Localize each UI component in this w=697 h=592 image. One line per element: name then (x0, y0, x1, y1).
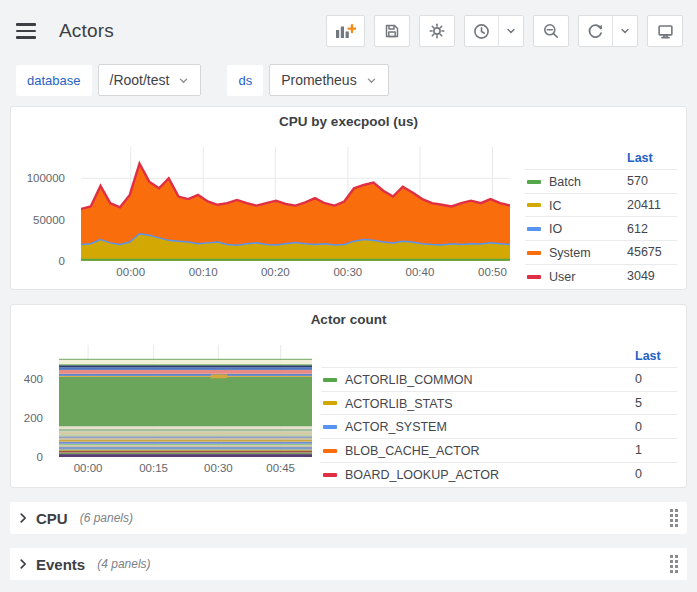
actor-legend: LastACTORLIB_COMMON0ACTORLIB_STATS5ACTOR… (321, 345, 677, 486)
series-color-swatch[interactable] (527, 180, 541, 184)
row-title: CPU (36, 510, 68, 527)
time-picker-group (464, 15, 524, 47)
series-color-swatch[interactable] (323, 425, 337, 429)
cpu-x-axis: 00:0000:1000:2000:3000:4000:50 (81, 263, 510, 281)
actor-y-axis: 0200400 (11, 345, 51, 457)
series-name[interactable]: Batch (549, 175, 581, 189)
series-name[interactable]: System (549, 246, 591, 260)
row-panel-count: (4 panels) (97, 557, 150, 571)
top-bar: Actors (0, 0, 697, 62)
cycle-view-mode-button[interactable] (647, 15, 683, 47)
variable-select-ds[interactable]: Prometheus (269, 64, 388, 96)
series-name[interactable]: IC (549, 198, 562, 212)
series-last-value: 570 (623, 170, 677, 194)
gear-icon (429, 23, 445, 39)
series-color-swatch[interactable] (527, 203, 541, 207)
dashboard-variables: database /Root/test ds Prometheus (0, 62, 697, 106)
variable-label-ds: ds (227, 65, 263, 96)
variable-value-database: /Root/test (110, 72, 170, 88)
cpu-y-axis: 050000100000 (11, 147, 73, 261)
series-last-value: 0 (631, 462, 677, 485)
legend-row: IO612 (525, 217, 677, 241)
x-tick-label: 00:10 (189, 266, 218, 278)
series-last-value: 45675 (623, 241, 677, 265)
actor-x-axis: 00:0000:1500:3000:45 (59, 459, 312, 477)
x-tick-label: 00:00 (116, 266, 145, 278)
panel-cpu-by-execpool: CPU by execpool (us) 050000100000 00:000… (10, 106, 687, 290)
series-name[interactable]: ACTORLIB_COMMON (345, 373, 473, 387)
x-tick-label: 00:40 (406, 266, 435, 278)
dashboard-grid: CPU by execpool (us) 050000100000 00:000… (0, 106, 697, 580)
series-name[interactable]: User (549, 270, 575, 284)
panel-title[interactable]: Actor count (11, 305, 686, 333)
legend-row: User3049 (525, 264, 677, 287)
series-color-swatch[interactable] (323, 378, 337, 382)
chevron-right-icon (16, 511, 30, 525)
y-tick-label: 100000 (27, 172, 65, 184)
series-name[interactable]: BOARD_LOOKUP_ACTOR (345, 468, 499, 482)
legend-row: ACTORLIB_COMMON0 (321, 368, 677, 392)
y-tick-label: 200 (24, 412, 43, 424)
variable-label-database: database (16, 65, 92, 96)
series-name[interactable]: ACTOR_SYSTEM (345, 420, 447, 434)
dashboard-row-events[interactable]: Events (4 panels) (10, 548, 687, 580)
chevron-right-icon (16, 557, 30, 571)
legend-last-header[interactable]: Last (623, 147, 677, 170)
series-color-swatch[interactable] (527, 227, 541, 231)
legend-row: BOARD_LOOKUP_ACTOR0 (321, 462, 677, 485)
series-color-swatch[interactable] (527, 251, 541, 255)
refresh-button[interactable] (579, 16, 612, 46)
cpu-legend: LastBatch570IC20411IO612System45675User3… (525, 147, 677, 288)
time-range-button[interactable] (465, 16, 498, 46)
series-color-swatch[interactable] (323, 401, 337, 405)
series-last-value: 612 (623, 217, 677, 241)
series-color-swatch[interactable] (323, 449, 337, 453)
x-tick-label: 00:30 (333, 266, 362, 278)
legend-row: IC20411 (525, 193, 677, 217)
series-name[interactable]: ACTORLIB_STATS (345, 396, 453, 410)
series-name[interactable]: BLOB_CACHE_ACTOR (345, 444, 480, 458)
x-tick-label: 00:20 (261, 266, 290, 278)
add-panel-button[interactable] (326, 15, 365, 47)
legend-row: BLOB_CACHE_ACTOR1 (321, 439, 677, 463)
row-title: Events (36, 556, 85, 573)
zoom-out-icon (543, 23, 559, 39)
series-last-value: 5 (631, 391, 677, 415)
clock-icon (473, 23, 490, 40)
refresh-icon (587, 23, 604, 40)
legend-last-header[interactable]: Last (631, 345, 677, 368)
dashboard-row-cpu[interactable]: CPU (6 panels) (10, 502, 687, 534)
actor-chart[interactable] (59, 345, 312, 457)
x-tick-label: 00:50 (478, 266, 507, 278)
y-tick-label: 0 (59, 255, 65, 267)
page-title: Actors (59, 20, 114, 42)
refresh-group (578, 15, 638, 47)
dashboard-settings-button[interactable] (419, 15, 455, 47)
x-tick-label: 00:30 (204, 462, 233, 474)
chevron-down-icon (178, 75, 189, 86)
legend-row: System45675 (525, 241, 677, 265)
series-color-swatch[interactable] (323, 473, 337, 477)
cpu-chart[interactable] (81, 147, 510, 261)
zoom-out-button[interactable] (533, 15, 569, 47)
row-panel-count: (6 panels) (80, 511, 133, 525)
series-last-value: 20411 (623, 193, 677, 217)
series-name[interactable]: IO (549, 222, 562, 236)
legend-header-row: Last (321, 345, 677, 368)
legend-row: ACTORLIB_STATS5 (321, 391, 677, 415)
series-last-value: 0 (631, 415, 677, 439)
panel-title[interactable]: CPU by execpool (us) (11, 107, 686, 135)
drag-handle-icon[interactable] (670, 555, 679, 574)
drag-handle-icon[interactable] (670, 509, 679, 528)
variable-select-database[interactable]: /Root/test (98, 64, 202, 96)
x-tick-label: 00:15 (139, 462, 168, 474)
refresh-interval-caret-button[interactable] (612, 16, 637, 46)
menu-icon[interactable] (16, 18, 42, 44)
series-last-value: 1 (631, 439, 677, 463)
y-tick-label: 0 (37, 451, 43, 463)
legend-row: Batch570 (525, 170, 677, 194)
series-last-value: 3049 (623, 264, 677, 287)
save-dashboard-button[interactable] (374, 15, 410, 47)
time-range-caret-button[interactable] (498, 16, 523, 46)
series-color-swatch[interactable] (527, 275, 541, 279)
